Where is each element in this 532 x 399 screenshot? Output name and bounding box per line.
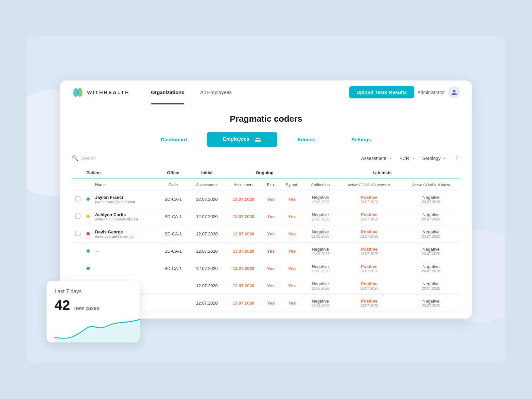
search-placeholder: Search xyxy=(81,156,96,161)
header: WITHHEALTH Organizations All Employees U… xyxy=(60,80,472,104)
row-exp: Yes xyxy=(262,260,280,277)
row-exp: Yes xyxy=(262,242,280,260)
row-covid-latest: Negative 20.07.2020 xyxy=(402,294,460,312)
nav-organizations[interactable]: Organizations xyxy=(143,80,192,104)
mini-chart xyxy=(55,316,132,342)
header-right: Upload Tests Results Administrator xyxy=(346,86,460,98)
row-code: SD-CA-1 xyxy=(158,242,188,260)
row-exp: Yes xyxy=(262,191,280,208)
row-covid-latest: Negative 20.07.2020 xyxy=(402,191,460,208)
row-checkbox[interactable] xyxy=(72,242,84,260)
table-row[interactable]: — SD-CA-1 12.07.2020 13.07.2020 Yes Yes … xyxy=(72,242,460,260)
th-office: Office xyxy=(158,167,188,179)
row-initial-date: 12.07.2020 xyxy=(189,225,225,242)
row-initial-date: 12.07.2020 xyxy=(189,242,225,260)
table-row[interactable]: Ashlynn Curtisashlynn.curtis@email.com S… xyxy=(72,208,460,225)
row-covid-latest: Negative 20.07.2020 xyxy=(402,277,460,294)
row-antibodies: Negative 12.06.2020 xyxy=(304,260,336,277)
row-code: SD-CA-1 xyxy=(158,191,188,208)
tab-settings[interactable]: Settings xyxy=(335,132,387,147)
row-antibodies: Negative 12.06.2020 xyxy=(304,277,336,294)
row-antibodies: Negative 12.06.2020 xyxy=(304,242,336,260)
row-initial-date: 12.07.2020 xyxy=(189,191,225,208)
row-ongoing-date: 13.07.2020 xyxy=(225,225,262,242)
tab-employees[interactable]: Employees xyxy=(207,132,277,147)
row-initial-date: 12.07.2020 xyxy=(189,208,225,225)
row-covid-latest: Negative 20.07.2020 xyxy=(402,242,460,260)
row-checkbox[interactable] xyxy=(72,208,84,225)
row-covid-latest: Negative 20.07.2020 xyxy=(402,208,460,225)
row-covid-latest: Negative 20.07.2020 xyxy=(402,260,460,277)
filters-row: 🔍 Search Assessment PCR Serology xyxy=(72,155,460,162)
tab-dashboard[interactable]: Dashboard xyxy=(145,132,203,147)
card-count: 42 xyxy=(55,297,70,313)
row-exp: Yes xyxy=(262,294,280,312)
card-label: new cases xyxy=(74,305,99,311)
row-code xyxy=(158,294,188,312)
th-antibodies: Antibodies xyxy=(304,179,336,191)
row-sympt: Yes xyxy=(280,260,304,277)
row-covid-latest: Negative 20.07.2020 xyxy=(402,225,460,242)
row-checkbox[interactable] xyxy=(72,191,84,208)
tab-admins[interactable]: Admins xyxy=(281,132,332,147)
search-icon: 🔍 xyxy=(72,155,78,161)
th-assessment: Assessment xyxy=(189,179,225,191)
row-patient-info: — xyxy=(92,242,158,260)
row-patient-info: Jaylon Francijaylon.franci@email.com xyxy=(92,191,158,208)
row-antibodies: Negative 12.06.2020 xyxy=(304,225,336,242)
row-ongoing-date: 13.07.2020 xyxy=(225,277,262,294)
main-nav: Organizations All Employees xyxy=(143,80,346,104)
search-box[interactable]: 🔍 Search xyxy=(72,155,96,161)
row-dot xyxy=(84,242,92,260)
row-sympt: Yes xyxy=(280,208,304,225)
serology-filter[interactable]: Serology xyxy=(422,156,447,161)
row-ongoing-date: 13.07.2020 xyxy=(225,294,262,312)
row-ongoing-date: 13.07.2020 xyxy=(225,242,262,260)
th-ongoing: Ongoing xyxy=(225,167,304,179)
row-covid-prev: Positive 13.07.2020 xyxy=(336,191,402,208)
logo: WITHHEALTH xyxy=(72,86,130,98)
floating-stats-card: Last 7 days 42 new cases xyxy=(47,281,140,342)
row-code: SD-CA-1 xyxy=(158,208,188,225)
table-row[interactable]: Davis Georgedavis.george@email.com SD-CA… xyxy=(72,225,460,242)
row-covid-prev: Positive 13.07.2020 xyxy=(336,225,402,242)
row-code: SD-CA-1 xyxy=(158,225,188,242)
row-patient-info: Ashlynn Curtisashlynn.curtis@email.com xyxy=(92,208,158,225)
row-patient-info: — xyxy=(92,260,158,277)
row-antibodies: Negative 12.06.2020 xyxy=(304,208,336,225)
row-antibodies: Negative 12.06.2020 xyxy=(304,191,336,208)
tab-bar: Dashboard Employees Admins Settings xyxy=(72,132,460,147)
table-row[interactable]: Jaylon Francijaylon.franci@email.com SD-… xyxy=(72,191,460,208)
th-initial: Initial xyxy=(189,167,225,179)
logo-icon xyxy=(72,86,84,98)
assessment-filter[interactable]: Assessment xyxy=(361,156,393,161)
row-exp: Yes xyxy=(262,277,280,294)
row-checkbox[interactable] xyxy=(72,225,84,242)
row-covid-prev: Positive 13.07.2020 xyxy=(336,294,402,312)
pcr-filter[interactable]: PCR xyxy=(399,156,416,161)
nav-all-employees[interactable]: All Employees xyxy=(192,80,240,104)
row-antibodies: Negative 12.06.2020 xyxy=(304,294,336,312)
upload-tests-button[interactable]: Upload Tests Results xyxy=(349,86,414,98)
filter-controls: Assessment PCR Serology ⋮ xyxy=(361,155,460,162)
row-sympt: Yes xyxy=(280,277,304,294)
row-patient-info: Davis Georgedavis.george@email.com xyxy=(92,225,158,242)
row-exp: Yes xyxy=(262,208,280,225)
more-options-button[interactable]: ⋮ xyxy=(454,155,460,162)
row-initial-date: 12.07.2020 xyxy=(189,294,225,312)
row-ongoing-date: 13.07.2020 xyxy=(225,208,262,225)
row-code xyxy=(158,277,188,294)
card-period: Last 7 days xyxy=(55,289,132,295)
row-initial-date: 12.07.2020 xyxy=(189,260,225,277)
avatar[interactable] xyxy=(448,86,460,98)
th-assesment: Assesment xyxy=(225,179,262,191)
row-ongoing-date: 13.07.2020 xyxy=(225,191,262,208)
row-sympt: Yes xyxy=(280,294,304,312)
row-sympt: Yes xyxy=(280,191,304,208)
row-checkbox[interactable] xyxy=(72,260,84,277)
row-covid-prev: Positive 13.07.2020 xyxy=(336,242,402,260)
row-covid-prev: Positive 13.07.2020 xyxy=(336,260,402,277)
th-code: Code xyxy=(158,179,188,191)
employees-icon xyxy=(253,136,261,143)
table-row[interactable]: — SD-CA-1 12.07.2020 13.07.2020 Yes Yes … xyxy=(72,260,460,277)
